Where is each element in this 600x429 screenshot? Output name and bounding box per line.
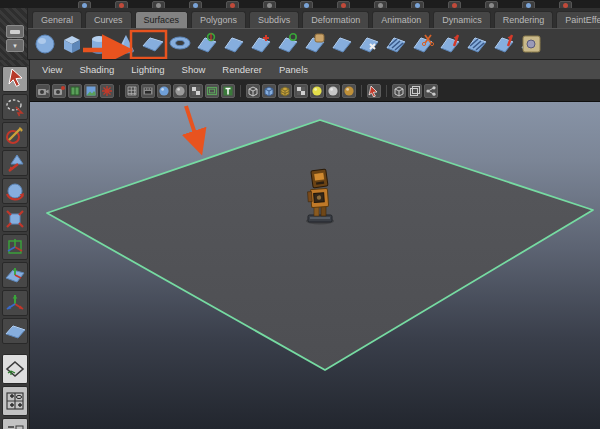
toolbar-separator <box>386 85 387 97</box>
textured-icon[interactable] <box>278 84 292 98</box>
bookmarks-icon[interactable] <box>68 84 82 98</box>
offset-icon[interactable] <box>492 32 516 56</box>
menu-renderer[interactable]: Renderer <box>222 64 262 75</box>
shelf-tab-dynamics[interactable]: Dynamics <box>433 11 491 28</box>
grid-icon[interactable] <box>125 84 139 98</box>
statusline-icon[interactable] <box>189 1 202 8</box>
shelf-tab-bar: GeneralCurvesSurfacesPolygonsSubdivsDefo… <box>28 8 600 28</box>
statusline-icon[interactable] <box>78 1 91 8</box>
layout-single-perspective[interactable] <box>2 354 28 384</box>
revolve-icon[interactable] <box>195 32 219 56</box>
shelf-tab-rendering[interactable]: Rendering <box>494 11 554 28</box>
gate-mask-icon[interactable] <box>173 84 187 98</box>
default-lighting-icon[interactable] <box>310 84 324 98</box>
pan-zoom-icon[interactable] <box>100 84 114 98</box>
statusline-icon[interactable] <box>485 1 498 8</box>
shelf-tab-polygons[interactable]: Polygons <box>191 11 246 28</box>
statusline-icon[interactable] <box>300 1 313 8</box>
select-tool[interactable] <box>2 66 28 92</box>
status-line <box>0 0 600 8</box>
xray-icon[interactable] <box>408 84 422 98</box>
universal-manipulator-tool[interactable] <box>2 234 28 260</box>
move-tool[interactable] <box>2 150 28 176</box>
nurbs-cube-icon[interactable] <box>60 32 84 56</box>
soft-modification-tool[interactable] <box>2 262 28 288</box>
shelf-switcher: ▾ <box>6 25 24 53</box>
no-lighting-icon[interactable] <box>342 84 356 98</box>
shelf-menu-button[interactable]: ▾ <box>6 39 24 52</box>
statusline-icon[interactable] <box>152 1 165 8</box>
paint-select-tool[interactable] <box>2 122 28 148</box>
shelf-tab-deformation[interactable]: Deformation <box>302 11 369 28</box>
selection-highlight-icon[interactable] <box>367 84 381 98</box>
toolbox <box>0 60 30 429</box>
toolbar-separator <box>361 85 362 97</box>
statusline-icon[interactable] <box>522 1 535 8</box>
nurbs-torus-icon[interactable] <box>168 32 192 56</box>
rotate-tool[interactable] <box>2 178 28 204</box>
scale-tool[interactable] <box>2 206 28 232</box>
toolbar-separator <box>119 85 120 97</box>
planar-icon[interactable] <box>249 32 273 56</box>
layout-four-view[interactable] <box>2 386 28 416</box>
shelf-tab-button[interactable] <box>6 25 24 38</box>
left-rail: ▾ <box>0 8 28 60</box>
shelf-tab-general[interactable]: General <box>32 11 82 28</box>
stitch-icon[interactable] <box>519 32 543 56</box>
open-close-icon[interactable] <box>330 32 354 56</box>
viewport-scene <box>30 102 600 429</box>
last-tool-nurbs-plane[interactable] <box>2 318 28 344</box>
statusline-icon[interactable] <box>337 1 350 8</box>
shelf-tab-surfaces[interactable]: Surfaces <box>135 11 189 28</box>
statusline-icon[interactable] <box>226 1 239 8</box>
statusline-icon[interactable] <box>374 1 387 8</box>
untrim-icon[interactable] <box>438 32 462 56</box>
shelf-tab-animation[interactable]: Animation <box>372 11 430 28</box>
menu-show[interactable]: Show <box>182 64 206 75</box>
lasso-tool[interactable] <box>2 94 28 120</box>
menu-panels[interactable]: Panels <box>279 64 308 75</box>
field-chart-icon[interactable] <box>189 84 203 98</box>
shelf-tab-curves[interactable]: Curves <box>85 11 132 28</box>
image-plane-icon[interactable] <box>84 84 98 98</box>
statusline-icon[interactable] <box>448 1 461 8</box>
trim-icon[interactable] <box>411 32 435 56</box>
camera-attributes-icon[interactable] <box>52 84 66 98</box>
use-all-lights-icon[interactable] <box>294 84 308 98</box>
safe-action-icon[interactable] <box>205 84 219 98</box>
select-camera-icon[interactable] <box>36 84 50 98</box>
shelf-tab-subdivs[interactable]: Subdivs <box>249 11 299 28</box>
menu-view[interactable]: View <box>42 64 62 75</box>
shelf-tab-icon <box>10 30 20 34</box>
selected-nurbs-plane <box>47 120 593 370</box>
insert-isoparm-icon[interactable] <box>357 32 381 56</box>
project-curve-icon[interactable] <box>384 32 408 56</box>
statusline-icon[interactable] <box>411 1 424 8</box>
nurbs-cylinder-icon[interactable] <box>87 32 111 56</box>
nurbs-sphere-icon[interactable] <box>33 32 57 56</box>
nurbs-cone-icon[interactable] <box>114 32 138 56</box>
statusline-icon[interactable] <box>559 1 572 8</box>
safe-title-icon[interactable] <box>221 84 235 98</box>
flat-lighting-icon[interactable] <box>326 84 340 98</box>
perspective-viewport[interactable] <box>30 102 600 429</box>
attach-surfaces-icon[interactable] <box>303 32 327 56</box>
isolate-select-icon[interactable] <box>392 84 406 98</box>
statusline-icon[interactable] <box>263 1 276 8</box>
wireframe-icon[interactable] <box>246 84 260 98</box>
shelf-tab-painteffects[interactable]: PaintEffects <box>556 11 600 28</box>
extend-icon[interactable] <box>465 32 489 56</box>
layout-persp-outliner[interactable] <box>2 418 28 429</box>
birail-icon[interactable] <box>276 32 300 56</box>
film-gate-icon[interactable] <box>141 84 155 98</box>
statusline-icon[interactable] <box>115 1 128 8</box>
panel-menubar: ViewShadingLightingShowRendererPanels <box>30 60 600 80</box>
share-icon[interactable] <box>424 84 438 98</box>
smooth-shade-icon[interactable] <box>262 84 276 98</box>
loft-icon[interactable] <box>222 32 246 56</box>
nurbs-plane-icon[interactable] <box>141 32 165 56</box>
menu-shading[interactable]: Shading <box>79 64 114 75</box>
resolution-gate-icon[interactable] <box>157 84 171 98</box>
menu-lighting[interactable]: Lighting <box>131 64 164 75</box>
show-manipulator-tool[interactable] <box>2 290 28 316</box>
